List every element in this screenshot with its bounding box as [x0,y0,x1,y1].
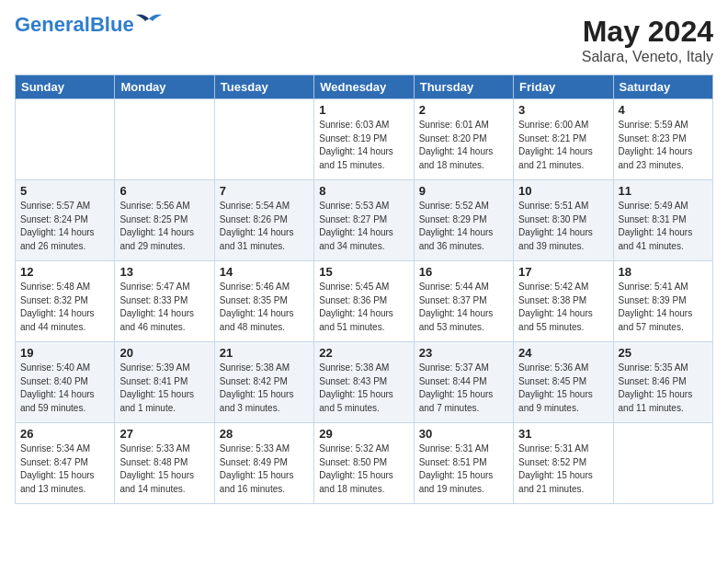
title-block: May 2024 Salara, Veneto, Italy [582,15,713,65]
day-number: 28 [220,427,309,441]
day-number: 16 [419,265,508,279]
day-number: 17 [518,265,608,279]
day-number: 20 [119,346,209,360]
calendar-cell: 13Sunrise: 5:47 AM Sunset: 8:33 PM Dayli… [115,261,214,342]
day-number: 30 [419,427,508,441]
day-number: 10 [518,184,608,198]
day-info: Sunrise: 5:59 AM Sunset: 8:23 PM Dayligh… [619,119,708,172]
calendar-cell: 29Sunrise: 5:32 AM Sunset: 8:50 PM Dayli… [314,423,414,504]
day-info: Sunrise: 5:38 AM Sunset: 8:42 PM Dayligh… [220,362,309,415]
day-info: Sunrise: 5:49 AM Sunset: 8:31 PM Dayligh… [619,200,708,253]
day-number: 27 [119,427,209,441]
day-info: Sunrise: 5:57 AM Sunset: 8:24 PM Dayligh… [20,200,109,253]
day-number: 14 [220,265,309,279]
calendar-cell: 3Sunrise: 6:00 AM Sunset: 8:21 PM Daylig… [514,99,613,180]
day-number: 9 [419,184,508,198]
calendar-cell: 30Sunrise: 5:31 AM Sunset: 8:51 PM Dayli… [414,423,513,504]
day-number: 2 [419,103,508,117]
calendar-cell: 20Sunrise: 5:39 AM Sunset: 8:41 PM Dayli… [115,342,214,423]
column-header-saturday: Saturday [613,75,712,99]
day-number: 24 [518,346,608,360]
calendar-cell: 5Sunrise: 5:57 AM Sunset: 8:24 PM Daylig… [16,180,115,261]
day-info: Sunrise: 5:41 AM Sunset: 8:39 PM Dayligh… [619,281,708,334]
day-info: Sunrise: 5:56 AM Sunset: 8:25 PM Dayligh… [119,200,209,253]
day-number: 23 [419,346,508,360]
day-number: 7 [220,184,309,198]
day-info: Sunrise: 6:00 AM Sunset: 8:21 PM Dayligh… [518,119,608,172]
month-year: May 2024 [582,15,713,49]
week-row-1: 1Sunrise: 6:03 AM Sunset: 8:19 PM Daylig… [16,99,713,180]
day-number: 19 [20,346,109,360]
day-info: Sunrise: 5:32 AM Sunset: 8:50 PM Dayligh… [319,442,408,496]
day-number: 22 [319,346,408,360]
day-info: Sunrise: 5:37 AM Sunset: 8:44 PM Dayligh… [419,362,508,415]
calendar-cell: 16Sunrise: 5:44 AM Sunset: 8:37 PM Dayli… [414,261,513,342]
day-info: Sunrise: 5:33 AM Sunset: 8:49 PM Dayligh… [220,442,309,496]
day-info: Sunrise: 5:34 AM Sunset: 8:47 PM Dayligh… [20,442,109,496]
day-number: 18 [619,265,708,279]
calendar-cell: 4Sunrise: 5:59 AM Sunset: 8:23 PM Daylig… [613,99,712,180]
calendar-cell: 31Sunrise: 5:31 AM Sunset: 8:52 PM Dayli… [514,423,613,504]
calendar-cell: 23Sunrise: 5:37 AM Sunset: 8:44 PM Dayli… [414,342,513,423]
day-info: Sunrise: 5:38 AM Sunset: 8:43 PM Dayligh… [319,362,408,415]
day-number: 11 [619,184,708,198]
calendar-cell: 28Sunrise: 5:33 AM Sunset: 8:49 PM Dayli… [214,423,313,504]
week-row-3: 12Sunrise: 5:48 AM Sunset: 8:32 PM Dayli… [16,261,713,342]
calendar-cell: 2Sunrise: 6:01 AM Sunset: 8:20 PM Daylig… [414,99,513,180]
calendar-cell: 26Sunrise: 5:34 AM Sunset: 8:47 PM Dayli… [16,423,115,504]
day-info: Sunrise: 6:01 AM Sunset: 8:20 PM Dayligh… [419,119,508,172]
day-number: 6 [119,184,209,198]
day-number: 31 [518,427,608,441]
header-row: SundayMondayTuesdayWednesdayThursdayFrid… [16,75,713,99]
day-info: Sunrise: 5:31 AM Sunset: 8:51 PM Dayligh… [419,442,508,496]
calendar-cell [214,99,313,180]
calendar-cell: 12Sunrise: 5:48 AM Sunset: 8:32 PM Dayli… [16,261,115,342]
day-info: Sunrise: 5:52 AM Sunset: 8:29 PM Dayligh… [419,200,508,253]
column-header-friday: Friday [514,75,613,99]
logo-text: GeneralBlue [15,15,134,35]
calendar-cell: 6Sunrise: 5:56 AM Sunset: 8:25 PM Daylig… [115,180,214,261]
calendar-cell: 24Sunrise: 5:36 AM Sunset: 8:45 PM Dayli… [514,342,613,423]
day-info: Sunrise: 5:47 AM Sunset: 8:33 PM Dayligh… [119,281,209,334]
column-header-wednesday: Wednesday [314,75,414,99]
day-info: Sunrise: 6:03 AM Sunset: 8:19 PM Dayligh… [319,119,408,172]
day-info: Sunrise: 5:42 AM Sunset: 8:38 PM Dayligh… [518,281,608,334]
calendar-cell: 10Sunrise: 5:51 AM Sunset: 8:30 PM Dayli… [514,180,613,261]
column-header-monday: Monday [115,75,214,99]
column-header-tuesday: Tuesday [214,75,313,99]
day-info: Sunrise: 5:40 AM Sunset: 8:40 PM Dayligh… [20,362,109,415]
calendar-cell: 9Sunrise: 5:52 AM Sunset: 8:29 PM Daylig… [414,180,513,261]
day-info: Sunrise: 5:39 AM Sunset: 8:41 PM Dayligh… [119,362,209,415]
calendar-cell: 22Sunrise: 5:38 AM Sunset: 8:43 PM Dayli… [314,342,414,423]
day-number: 26 [20,427,109,441]
calendar-cell: 17Sunrise: 5:42 AM Sunset: 8:38 PM Dayli… [514,261,613,342]
calendar-cell: 18Sunrise: 5:41 AM Sunset: 8:39 PM Dayli… [613,261,712,342]
day-number: 12 [20,265,109,279]
day-number: 21 [220,346,309,360]
column-header-sunday: Sunday [16,75,115,99]
calendar-cell: 25Sunrise: 5:35 AM Sunset: 8:46 PM Dayli… [613,342,712,423]
day-info: Sunrise: 5:45 AM Sunset: 8:36 PM Dayligh… [319,281,408,334]
day-number: 3 [518,103,608,117]
day-number: 13 [119,265,209,279]
calendar-cell: 8Sunrise: 5:53 AM Sunset: 8:27 PM Daylig… [314,180,414,261]
day-info: Sunrise: 5:48 AM Sunset: 8:32 PM Dayligh… [20,281,109,334]
calendar-cell: 21Sunrise: 5:38 AM Sunset: 8:42 PM Dayli… [214,342,313,423]
day-number: 8 [319,184,408,198]
day-info: Sunrise: 5:53 AM Sunset: 8:27 PM Dayligh… [319,200,408,253]
calendar-table: SundayMondayTuesdayWednesdayThursdayFrid… [15,75,713,504]
column-header-thursday: Thursday [414,75,513,99]
day-info: Sunrise: 5:33 AM Sunset: 8:48 PM Dayligh… [119,442,209,496]
day-info: Sunrise: 5:36 AM Sunset: 8:45 PM Dayligh… [518,362,608,415]
page-header: GeneralBlue May 2024 Salara, Veneto, Ita… [15,15,713,65]
day-info: Sunrise: 5:51 AM Sunset: 8:30 PM Dayligh… [518,200,608,253]
logo-bird-icon [136,12,162,30]
calendar-cell [613,423,712,504]
day-info: Sunrise: 5:46 AM Sunset: 8:35 PM Dayligh… [220,281,309,334]
day-number: 1 [319,103,408,117]
day-info: Sunrise: 5:44 AM Sunset: 8:37 PM Dayligh… [419,281,508,334]
day-number: 4 [619,103,708,117]
calendar-cell: 7Sunrise: 5:54 AM Sunset: 8:26 PM Daylig… [214,180,313,261]
calendar-cell [16,99,115,180]
day-info: Sunrise: 5:31 AM Sunset: 8:52 PM Dayligh… [518,442,608,496]
